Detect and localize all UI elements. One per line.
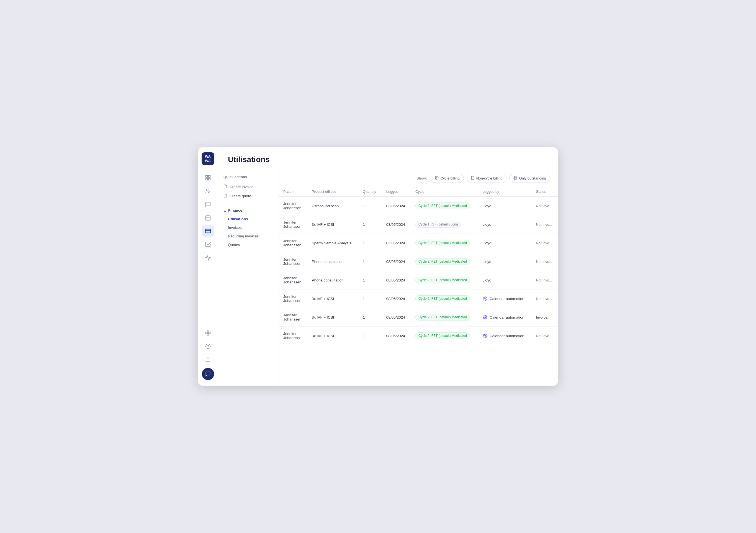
cell-patient: Jennifer Johanssen <box>279 271 308 290</box>
cell-status: Not invo... <box>531 252 558 271</box>
cell-product: Phone consultation <box>308 271 358 290</box>
sidebar-nav <box>202 172 214 327</box>
show-label: Show: <box>417 176 427 180</box>
table-row[interactable]: Jennifer Johanssen3x IVF + ICSI108/05/20… <box>279 290 558 308</box>
cell-logged: 03/05/2024 <box>382 197 411 215</box>
cycle-badge: Cycle 2, FET (default) Medicated <box>416 258 470 265</box>
cell-cycle: Cycle 1, IVF (default) Long <box>411 215 478 234</box>
cell-product: Ultrasound scan <box>308 197 358 215</box>
non-cycle-billing-icon <box>471 176 475 181</box>
cycle-billing-filter[interactable]: Cycle billing <box>431 174 464 183</box>
cycle-badge: Cycle 2, FET (default) Medicated <box>416 295 470 302</box>
sidebar-item-messages[interactable] <box>202 198 214 210</box>
quick-actions-label: Quick actions <box>218 175 279 182</box>
table-body: Jennifer JohanssenUltrasound scan103/05/… <box>279 197 558 345</box>
cell-product: Sperm Sample Analysis <box>308 234 358 252</box>
table-row[interactable]: Jennifer Johanssen3x IVF + ICSI103/05/20… <box>279 215 558 234</box>
sidebar-item-charts[interactable] <box>202 252 214 264</box>
sidebar: WAWA <box>198 147 218 386</box>
cycle-billing-label: Cycle billing <box>440 176 459 180</box>
table-row[interactable]: Jennifer Johanssen3x IVF + ICSI108/05/20… <box>279 326 558 345</box>
col-logged: Logged <box>382 187 411 197</box>
cell-logged: 03/05/2024 <box>382 215 411 234</box>
cell-logged-by: Calendar automation <box>478 308 532 326</box>
cell-cycle: Cycle 2, FET (default) Medicated <box>411 308 478 326</box>
create-invoice-label: Create invoice <box>230 185 254 189</box>
table-row[interactable]: Jennifer JohanssenUltrasound scan103/05/… <box>279 197 558 215</box>
sidebar-item-calendar[interactable] <box>202 211 214 224</box>
chat-button[interactable] <box>202 368 214 380</box>
table-row[interactable]: Jennifer Johanssen3x IVF + ICSI108/05/20… <box>279 308 558 326</box>
sidebar-item-tasks[interactable] <box>202 238 214 250</box>
utilisation-table-container: Patient Product utilised Quantity Logged… <box>279 187 558 386</box>
finance-section: ▲ Finance Utilisations Invoices Recurrin… <box>218 206 279 249</box>
finance-header[interactable]: ▲ Finance <box>218 206 279 215</box>
cell-status: Not invo... <box>531 326 558 345</box>
sidebar-bottom <box>202 327 214 382</box>
cell-status: Not invo... <box>531 271 558 290</box>
svg-point-16 <box>436 177 438 179</box>
cell-product: 3x IVF + ICSI <box>308 308 358 326</box>
cycle-badge: Cycle 2, FET (default) Medicated <box>416 277 470 283</box>
cell-logged-by: Calendar automation <box>478 326 532 345</box>
table-row[interactable]: Jennifer JohanssenPhone consultation108/… <box>279 271 558 290</box>
calendar-automation-icon <box>482 333 488 339</box>
cell-cycle: Cycle 2, FET (default) Medicated <box>411 326 478 345</box>
logged-by-name: Calendar automation <box>490 334 524 338</box>
cycle-badge: Cycle 2, FET (default) Medicated <box>416 314 470 321</box>
export-icon[interactable] <box>202 353 214 366</box>
svg-point-4 <box>206 189 208 191</box>
nav-invoices[interactable]: Invoices <box>218 223 279 232</box>
table-row[interactable]: Jennifer JohanssenPhone consultation108/… <box>279 252 558 271</box>
col-logged-by: Logged by <box>478 187 532 197</box>
svg-rect-1 <box>208 176 210 177</box>
nav-recurring-invoices[interactable]: Recurring invoices <box>218 232 279 240</box>
sidebar-item-dashboard[interactable] <box>202 172 214 184</box>
help-icon[interactable] <box>202 340 214 352</box>
cell-logged: 03/05/2024 <box>382 234 411 252</box>
content-area: Quick actions Create invoice Create quot… <box>218 169 558 386</box>
svg-rect-0 <box>205 176 207 177</box>
main-content: Utilisations Quick actions Create invoic… <box>218 147 558 386</box>
create-quote-action[interactable]: Create quote <box>218 191 279 201</box>
only-outstanding-filter[interactable]: Only outstanding <box>509 174 550 183</box>
cell-cycle: Cycle 2, FET (default) Medicated <box>411 271 478 290</box>
cell-product: 3x IVF + ICSI <box>308 290 358 308</box>
logged-by-name: Lloyd <box>482 260 491 264</box>
create-quote-icon <box>224 194 227 198</box>
logged-by-name: Calendar automation <box>490 315 524 320</box>
sidebar-item-finance[interactable] <box>202 225 214 237</box>
cell-quantity: 1 <box>358 326 382 345</box>
cell-logged-by: Calendar automation <box>478 290 532 308</box>
cell-logged-by: Lloyd <box>478 215 532 234</box>
settings-icon[interactable] <box>202 327 214 339</box>
cell-cycle: Cycle 2, FET (default) Medicated <box>411 290 478 308</box>
cycle-badge: Cycle 2, FET (default) Medicated <box>416 203 470 209</box>
cell-patient: Jennifer Johanssen <box>279 326 308 345</box>
non-cycle-billing-label: Non-cycle billing <box>476 176 502 180</box>
table-row[interactable]: Jennifer JohanssenSperm Sample Analysis1… <box>279 234 558 252</box>
svg-rect-17 <box>515 178 517 180</box>
cell-quantity: 1 <box>358 234 382 252</box>
cell-patient: Jennifer Johanssen <box>279 234 308 252</box>
nav-utilisations[interactable]: Utilisations <box>218 215 279 223</box>
col-status: Status <box>531 187 558 197</box>
cell-quantity: 1 <box>358 271 382 290</box>
nav-quotes[interactable]: Quotes <box>218 240 279 249</box>
cell-cycle: Cycle 2, FET (default) Medicated <box>411 252 478 271</box>
non-cycle-billing-filter[interactable]: Non-cycle billing <box>467 174 507 183</box>
cell-status: Not invo... <box>531 197 558 215</box>
cell-logged-by: Lloyd <box>478 234 532 252</box>
cell-patient: Jennifer Johanssen <box>279 308 308 326</box>
cell-quantity: 1 <box>358 290 382 308</box>
logged-by-name: Lloyd <box>482 278 491 282</box>
cell-product: 3x IVF + ICSI <box>308 326 358 345</box>
svg-point-12 <box>207 332 208 334</box>
app-window: WAWA <box>198 147 558 386</box>
col-cycle: Cycle <box>411 187 478 197</box>
sidebar-item-users[interactable] <box>202 185 214 197</box>
col-product: Product utilised <box>308 187 358 197</box>
create-invoice-action[interactable]: Create invoice <box>218 182 279 191</box>
svg-rect-6 <box>205 216 210 220</box>
only-outstanding-icon <box>513 176 517 181</box>
